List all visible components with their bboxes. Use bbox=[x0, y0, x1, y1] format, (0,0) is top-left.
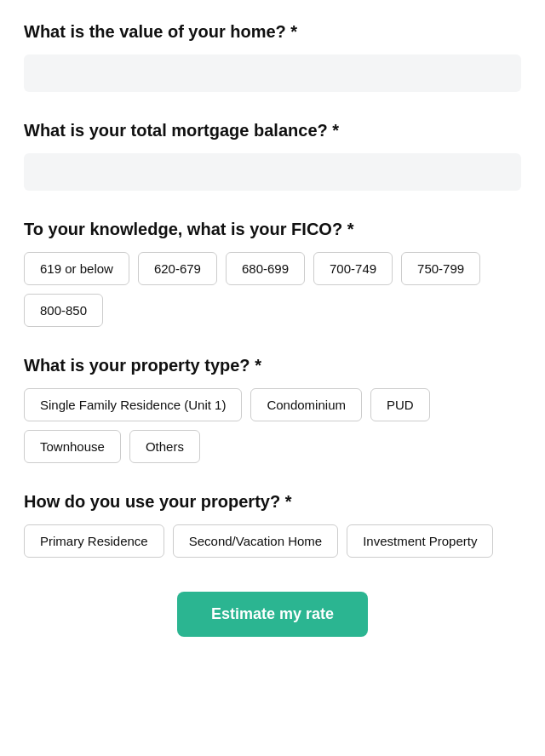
fico-option-fico-800[interactable]: 800-850 bbox=[24, 294, 103, 327]
fico-option-fico-619[interactable]: 619 or below bbox=[24, 252, 129, 285]
property-use-label: How do you use your property? * bbox=[24, 490, 521, 513]
home-value-input[interactable] bbox=[24, 54, 521, 92]
fico-label: To your knowledge, what is your FICO? * bbox=[24, 218, 521, 240]
property-type-option-pt-others[interactable]: Others bbox=[129, 430, 200, 463]
fico-section: To your knowledge, what is your FICO? * … bbox=[24, 218, 521, 327]
property-type-option-pt-condo[interactable]: Condominium bbox=[250, 388, 362, 421]
property-type-option-pt-sfr[interactable]: Single Family Residence (Unit 1) bbox=[24, 388, 242, 421]
property-use-options: Primary ResidenceSecond/Vacation HomeInv… bbox=[24, 524, 521, 558]
estimate-button[interactable]: Estimate my rate bbox=[177, 592, 368, 637]
property-type-section: What is your property type? * Single Fam… bbox=[24, 354, 521, 463]
fico-option-fico-680[interactable]: 680-699 bbox=[226, 252, 305, 285]
submit-row: Estimate my rate bbox=[24, 592, 521, 637]
property-use-section: How do you use your property? * Primary … bbox=[24, 490, 521, 558]
property-type-options: Single Family Residence (Unit 1)Condomin… bbox=[24, 388, 521, 463]
property-type-option-pt-pud[interactable]: PUD bbox=[370, 388, 430, 421]
fico-option-fico-620[interactable]: 620-679 bbox=[138, 252, 217, 285]
fico-option-fico-750[interactable]: 750-799 bbox=[401, 252, 480, 285]
mortgage-balance-section: What is your total mortgage balance? * bbox=[24, 119, 521, 191]
mortgage-balance-input[interactable] bbox=[24, 153, 521, 191]
fico-option-fico-700[interactable]: 700-749 bbox=[313, 252, 393, 285]
property-use-option-pu-investment[interactable]: Investment Property bbox=[347, 524, 493, 558]
property-use-option-pu-primary[interactable]: Primary Residence bbox=[24, 524, 164, 558]
mortgage-balance-label: What is your total mortgage balance? * bbox=[24, 119, 521, 141]
fico-options: 619 or below620-679680-699700-749750-799… bbox=[24, 252, 521, 327]
property-type-label: What is your property type? * bbox=[24, 354, 521, 376]
home-value-label: What is the value of your home? * bbox=[24, 20, 521, 43]
property-use-option-pu-second[interactable]: Second/Vacation Home bbox=[173, 524, 338, 558]
home-value-section: What is the value of your home? * bbox=[24, 20, 521, 92]
property-type-option-pt-townhouse[interactable]: Townhouse bbox=[24, 430, 121, 463]
